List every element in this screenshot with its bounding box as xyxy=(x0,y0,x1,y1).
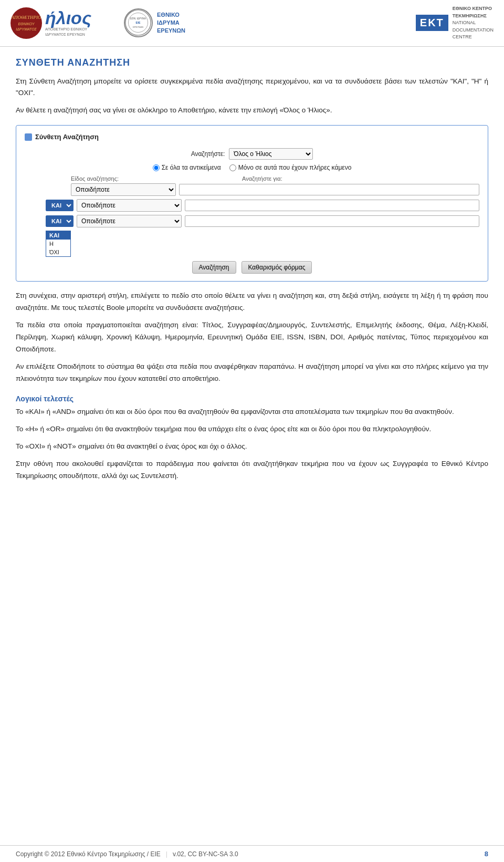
ekt-line1: ΕΘΝΙΚΟ ΚΕΝΤΡΟ xyxy=(453,5,494,13)
footer-copyright: Copyright © 2012 Εθνικό Κέντρο Τεκμηρίωσ… xyxy=(16,850,161,858)
operator-dropdown-open: ΚΑΙ Η ΌΧΙ xyxy=(25,231,479,257)
logical-kai-text: Το «ΚΑΙ» ή «AND» σημαίνει ότι και οι δύο… xyxy=(16,406,488,418)
eie-logo-group: ΕΘΝ. ΙΔΡΥΜΑ ΕΙΕ ΕΡΕΥΝΩΝ ΕΘΝΙΚΟ ΙΔΡΥΜΑ ΕΡ… xyxy=(124,8,185,37)
ekt-line2: ΤΕΚΜΗΡΙΩΣΗΣ xyxy=(453,13,494,20)
svg-text:ΕΘΝ. ΙΔΡΥΜΑ: ΕΘΝ. ΙΔΡΥΜΑ xyxy=(130,17,146,20)
dropdown-open-box[interactable]: ΚΑΙ Η ΌΧΙ xyxy=(46,231,71,257)
example-section-text: Στην οθόνη που ακολουθεί εμφανίζεται το … xyxy=(16,458,488,482)
eidoskol-label: Είδος αναζήτησης: xyxy=(71,175,176,182)
logical-ochi-text: Το «ΟΧΙ» ή «NOT» σημαίνει ότι θα ανακτηθ… xyxy=(16,441,488,453)
search-box-title-text: Σύνθετη Αναζήτηση xyxy=(35,133,99,141)
eie-logo-seal: ΕΘΝ. ΙΔΡΥΜΑ ΕΙΕ ΕΡΕΥΝΩΝ xyxy=(124,8,153,37)
svg-text:ΕΘΝΙΚΟΥ: ΕΘΝΙΚΟΥ xyxy=(18,22,35,26)
ilios-logo-image: ΑΠΟΘΕΤΗΡΙΟ ΕΘΝΙΚΟΥ ΙΔΡΥΜΑΤΟΣ xyxy=(10,7,42,39)
page-header: ΑΠΟΘΕΤΗΡΙΟ ΕΘΝΙΚΟΥ ΙΔΡΥΜΑΤΟΣ ήλιος ΑΠΟΘΕ… xyxy=(0,0,504,47)
dropdown-option-h[interactable]: Η xyxy=(46,240,70,248)
ekt-logo-group: ΕΚΤ ΕΘΝΙΚΟ ΚΕΝΤΡΟ ΤΕΚΜΗΡΙΩΣΗΣ NATIONAL D… xyxy=(416,5,494,41)
search-button[interactable]: Αναζήτηση xyxy=(192,261,236,274)
search-form-box: Σύνθετη Αναζήτηση Αναζητήστε: Όλος ο Ήλι… xyxy=(16,125,488,282)
intro-paragraph-1: Στη Σύνθετη Αναζήτηση μπορείτε να ορίσετ… xyxy=(16,76,488,100)
intro-paragraph-2: Αν θέλετε η αναζήτησή σας να γίνει σε ολ… xyxy=(16,105,488,117)
svg-text:ΑΠΟΘΕΤΗΡΙΟ: ΑΠΟΘΕΤΗΡΙΟ xyxy=(11,15,41,20)
ekt-en-line3: CENTRE xyxy=(453,34,494,41)
dropdown-option-kai[interactable]: ΚΑΙ xyxy=(46,231,70,240)
field-type-select-3[interactable]: Οποιδήποτε xyxy=(77,215,182,227)
section2-text: Τα πεδία στα οποία πραγματοποιείται αναζ… xyxy=(16,319,488,356)
operator-select-1[interactable]: ΚΑΙ xyxy=(46,200,74,211)
radio-full-input[interactable] xyxy=(229,164,236,171)
form-buttons-row: Αναζήτηση Καθαρισμός φόρμας xyxy=(25,261,479,274)
clear-form-button[interactable]: Καθαρισμός φόρμας xyxy=(242,261,312,274)
anazitiste-dropdown[interactable]: Όλος ο Ήλιος xyxy=(229,148,313,160)
search-box-icon xyxy=(25,133,32,141)
svg-text:ΕΙΕ: ΕΙΕ xyxy=(136,21,141,24)
footer-version: v.02, CC BY-NC-SA 3.0 xyxy=(173,850,238,858)
anazitiste-row: Αναζητήστε: Όλος ο Ήλιος xyxy=(25,148,479,160)
logical-operators-heading: Λογικοί τελεστές xyxy=(16,394,488,403)
operator-select-2[interactable]: ΚΑΙ xyxy=(46,215,74,227)
footer-left: Copyright © 2012 Εθνικό Κέντρο Τεκμηρίωσ… xyxy=(16,850,238,858)
ilios-subtitle: ΑΠΟΘΕΤΗΡΙΟ ΕΘΝΙΚΟΥ ΙΔΡΥΜΑΤΟΣ ΕΡΕΥΝΩΝ xyxy=(45,27,92,37)
radio-full-text[interactable]: Μόνο σε αυτά που έχουν πλήρες κάμενο xyxy=(229,164,352,171)
ekt-en-line2: DOCUMENTATION xyxy=(453,27,494,34)
dropdown-option-ochi[interactable]: ΌΧΙ xyxy=(46,248,70,256)
column-labels-row: Είδος αναζήτησης: Αναζητήστε για: xyxy=(25,175,479,182)
eie-line3: ΕΡΕΥΝΩΝ xyxy=(157,27,185,35)
main-content: ΣΥΝΘΕΤΗ ΑΝΑΖΗΤΗΣΗ Στη Σύνθετη Αναζήτηση … xyxy=(0,47,504,498)
radio-options-row: Σε όλα τα αντικείμενα Μόνο σε αυτά που έ… xyxy=(25,164,479,171)
section3-text: Αν επιλέξετε Οποιδήποτε το σύστημα θα ψά… xyxy=(16,361,488,385)
search-input-3[interactable] xyxy=(185,215,479,227)
svg-text:ΕΡΕΥΝΩΝ: ΕΡΕΥΝΩΝ xyxy=(133,26,143,28)
radio-all-input[interactable] xyxy=(153,164,160,171)
page-footer: Copyright © 2012 Εθνικό Κέντρο Τεκμηρίωσ… xyxy=(0,845,504,862)
field-type-select-2[interactable]: Οποιδήποτε xyxy=(77,199,182,212)
anazitiste-gia-label: Αναζητήστε για: xyxy=(242,175,282,182)
eie-line1: ΕΘΝΙΚΟ xyxy=(157,11,185,19)
ekt-full-name: ΕΘΝΙΚΟ ΚΕΝΤΡΟ ΤΕΚΜΗΡΙΩΣΗΣ NATIONAL DOCUM… xyxy=(453,5,494,41)
logo-ilios: ΑΠΟΘΕΤΗΡΙΟ ΕΘΝΙΚΟΥ ΙΔΡΥΜΑΤΟΣ ήλιος ΑΠΟΘΕ… xyxy=(10,7,92,39)
footer-divider: | xyxy=(166,850,167,858)
eie-line2: ΙΔΡΥΜΑ xyxy=(157,19,185,27)
radio-full-label: Μόνο σε αυτά που έχουν πλήρες κάμενο xyxy=(238,164,352,171)
eie-text-block: ΕΘΝΙΚΟ ΙΔΡΥΜΑ ΕΡΕΥΝΩΝ xyxy=(157,11,185,35)
search-row-1: Οποιδήποτε xyxy=(25,183,479,196)
field-type-select-1[interactable]: Οποιδήποτε xyxy=(71,183,176,196)
search-row-3: ΚΑΙ Οποιδήποτε xyxy=(25,215,479,227)
page-title: ΣΥΝΘΕΤΗ ΑΝΑΖΗΤΗΣΗ xyxy=(16,57,488,68)
ekt-en-line1: NATIONAL xyxy=(453,19,494,27)
search-box-heading: Σύνθετη Αναζήτηση xyxy=(25,133,479,141)
search-row-2: ΚΑΙ Οποιδήποτε xyxy=(25,199,479,212)
ilios-brand-text: ήλιος xyxy=(45,9,92,27)
section1-text: Στη συνέχεια, στην αριστερή στήλη, επιλέ… xyxy=(16,290,488,314)
search-input-2[interactable] xyxy=(185,200,479,211)
radio-all-label: Σε όλα τα αντικείμενα xyxy=(162,164,221,171)
footer-page-number: 8 xyxy=(485,850,488,858)
logical-h-text: Το «Η» ή «OR» σημαίνει ότι θα ανακτηθούν… xyxy=(16,423,488,435)
radio-all-items[interactable]: Σε όλα τα αντικείμενα xyxy=(153,164,221,171)
ekt-abbreviation: ΕΚΤ xyxy=(416,15,448,31)
svg-text:ΙΔΡΥΜΑΤΟΣ: ΙΔΡΥΜΑΤΟΣ xyxy=(16,27,37,31)
anazitiste-label: Αναζητήστε: xyxy=(191,150,225,158)
search-input-1[interactable] xyxy=(179,184,479,195)
ilios-text-group: ήλιος ΑΠΟΘΕΤΗΡΙΟ ΕΘΝΙΚΟΥ ΙΔΡΥΜΑΤΟΣ ΕΡΕΥΝ… xyxy=(45,9,92,37)
